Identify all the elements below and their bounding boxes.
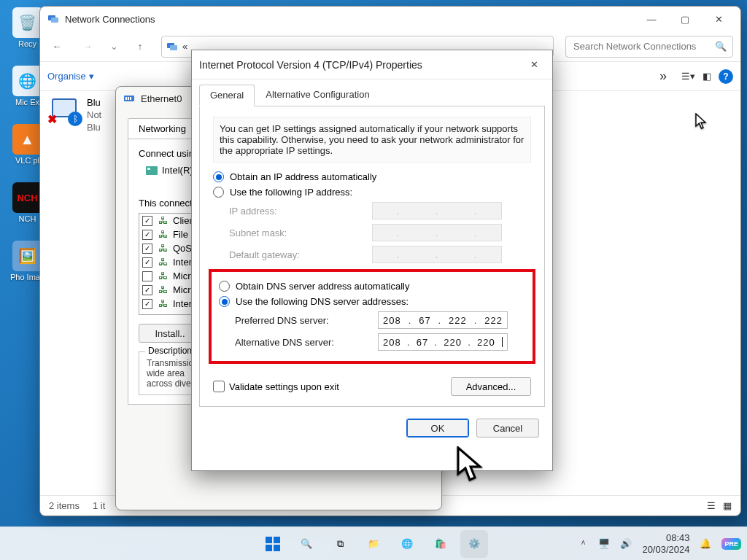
- close-button[interactable]: ✕: [519, 53, 549, 77]
- forward-button[interactable]: →: [78, 37, 97, 56]
- ip-address-label: IP address:: [229, 206, 368, 217]
- checkbox[interactable]: ✓: [142, 285, 152, 295]
- component-icon: 🖧: [157, 244, 169, 254]
- radio-icon: [213, 171, 224, 182]
- search-box[interactable]: 🔍: [565, 36, 733, 58]
- titlebar[interactable]: Internet Protocol Version 4 (TCP/IPv4) P…: [192, 50, 552, 79]
- tray-chevron-icon[interactable]: ＾: [578, 537, 588, 551]
- breadcrumb-icon: [166, 41, 178, 52]
- app-icon: [47, 13, 59, 25]
- radio-ip-auto[interactable]: Obtain an IP address automatically: [213, 171, 531, 182]
- checkbox[interactable]: ✓: [142, 257, 152, 268]
- subnet-input: . . .: [372, 224, 502, 241]
- maximize-button[interactable]: ▢: [669, 9, 701, 29]
- edge-button[interactable]: 🌐: [393, 530, 421, 558]
- preview-pane-icon[interactable]: ◧: [703, 71, 711, 82]
- back-button[interactable]: ←: [47, 37, 66, 56]
- checkbox[interactable]: ✓: [142, 216, 152, 226]
- tab-networking[interactable]: Networking: [128, 118, 197, 139]
- organise-menu[interactable]: Organise ▾: [47, 71, 94, 82]
- adapter-status: Not: [87, 109, 101, 122]
- chevron-down-icon: ▾: [89, 71, 94, 82]
- start-button[interactable]: [259, 530, 287, 558]
- recent-button[interactable]: ⌄: [109, 37, 119, 56]
- gateway-label: Default gateway:: [229, 249, 368, 260]
- notifications-icon[interactable]: 🔔: [700, 538, 711, 549]
- window-title: Network Connections: [65, 14, 635, 25]
- overflow-button[interactable]: »: [659, 69, 667, 84]
- ok-button[interactable]: OK: [406, 419, 469, 438]
- explorer-button[interactable]: 📁: [360, 530, 387, 558]
- ethernet-icon: [123, 93, 135, 104]
- minimize-button[interactable]: ―: [635, 9, 667, 29]
- preferred-dns-input[interactable]: 208. 67. 222. 222: [378, 311, 508, 329]
- svg-rect-6: [128, 97, 129, 100]
- taskbar[interactable]: 🔍 ⧉ 📁 🌐 🛍️ ⚙️ ＾ 🖥️ 🔊 08:43 20/03/2024 🔔 …: [0, 526, 747, 560]
- svg-rect-7: [130, 97, 131, 100]
- cancel-button[interactable]: Cancel: [476, 419, 539, 438]
- checkbox-icon: [213, 381, 225, 392]
- checkbox[interactable]: ✓: [142, 244, 152, 254]
- view-list-icon[interactable]: ☰: [707, 500, 716, 511]
- search-icon[interactable]: 🔍: [715, 41, 727, 52]
- component-icon: 🖧: [157, 216, 169, 226]
- component-icon: 🖧: [157, 299, 169, 309]
- system-tray[interactable]: ＾ 🖥️ 🔊 08:43 20/03/2024 🔔 PRE: [578, 532, 741, 555]
- clock[interactable]: 08:43 20/03/2024: [642, 532, 689, 555]
- view-details-icon[interactable]: ☰▾: [681, 71, 695, 82]
- group-label: Description: [145, 346, 195, 356]
- radio-dns-manual[interactable]: Use the following DNS server addresses:: [219, 296, 525, 307]
- window-ipv4-properties: Internet Protocol Version 4 (TCP/IPv4) P…: [191, 50, 553, 471]
- search-input[interactable]: [572, 40, 709, 52]
- disconnected-icon: ✖: [47, 112, 57, 126]
- general-panel: You can get IP settings assigned automat…: [199, 106, 545, 407]
- taskview-button[interactable]: ⧉: [326, 530, 354, 558]
- radio-icon: [219, 281, 230, 292]
- tab-alternative[interactable]: Alternative Configuration: [255, 84, 380, 106]
- nic-icon: [146, 166, 158, 176]
- titlebar[interactable]: Network Connections ― ▢ ✕: [40, 7, 740, 31]
- volume-tray-icon[interactable]: 🔊: [620, 538, 632, 549]
- control-panel-button[interactable]: ⚙️: [460, 530, 488, 558]
- advanced-button[interactable]: Advanced...: [451, 377, 531, 396]
- status-selected: 1 it: [93, 500, 105, 511]
- radio-icon: [219, 296, 230, 307]
- nic-name: Intel(R): [162, 165, 193, 176]
- validate-checkbox[interactable]: Validate settings upon exit: [213, 381, 339, 392]
- svg-rect-10: [266, 537, 272, 543]
- radio-ip-manual[interactable]: Use the following IP address:: [213, 187, 531, 198]
- copilot-icon[interactable]: PRE: [721, 538, 741, 550]
- svg-rect-9: [147, 168, 150, 170]
- checkbox[interactable]: [142, 271, 152, 281]
- view-grid-icon[interactable]: ▦: [723, 500, 732, 511]
- store-button[interactable]: 🛍️: [427, 530, 454, 558]
- component-icon: 🖧: [157, 257, 169, 268]
- adapter-icon: ✖ ᛒ: [47, 97, 82, 126]
- subnet-label: Subnet mask:: [229, 228, 368, 238]
- tab-general[interactable]: General: [199, 85, 255, 106]
- radio-icon: [213, 187, 224, 198]
- checkbox[interactable]: ✓: [142, 230, 152, 240]
- up-button[interactable]: ↑: [131, 37, 150, 56]
- alternative-dns-label: Alternative DNS server:: [235, 337, 374, 348]
- network-tray-icon[interactable]: 🖥️: [598, 538, 610, 549]
- description-text: You can get IP settings assigned automat…: [213, 117, 531, 163]
- alternative-dns-input[interactable]: 208. 67. 220. 220: [378, 333, 508, 351]
- radio-dns-auto[interactable]: Obtain DNS server address automatically: [219, 281, 525, 292]
- cursor-icon: [695, 113, 708, 133]
- adapter-device: Blu: [87, 122, 101, 134]
- component-icon: 🖧: [157, 285, 169, 295]
- checkbox[interactable]: ✓: [142, 299, 152, 309]
- svg-rect-12: [266, 545, 272, 551]
- dns-highlight: Obtain DNS server address automatically …: [209, 269, 535, 364]
- ip-address-input: . . .: [372, 202, 502, 219]
- svg-rect-11: [274, 537, 280, 543]
- breadcrumb-prefix: «: [182, 41, 187, 52]
- svg-rect-3: [170, 45, 177, 50]
- search-button[interactable]: 🔍: [293, 530, 320, 558]
- preferred-dns-label: Preferred DNS server:: [235, 315, 374, 326]
- close-button[interactable]: ✕: [703, 9, 735, 29]
- svg-rect-8: [146, 166, 158, 175]
- svg-rect-5: [125, 97, 127, 100]
- help-icon[interactable]: ?: [719, 69, 733, 84]
